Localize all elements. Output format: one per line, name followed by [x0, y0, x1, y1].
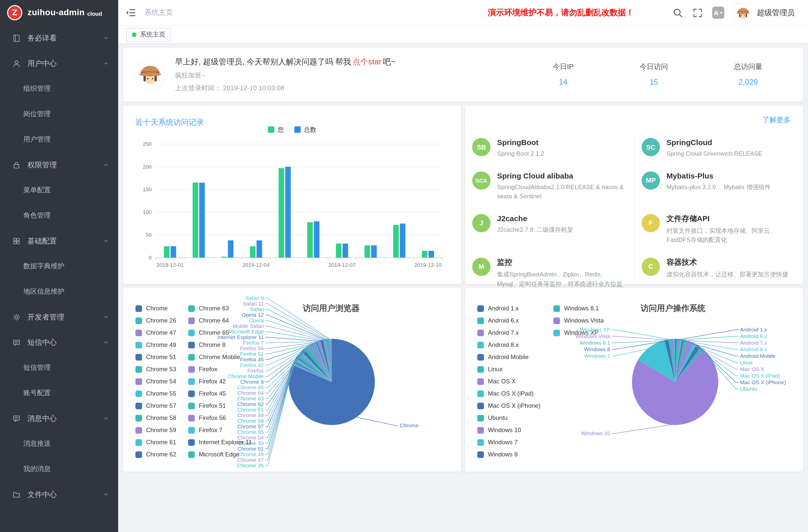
user-avatar[interactable] — [733, 3, 752, 22]
sidebar-item[interactable]: 文件中心 — [0, 482, 118, 507]
sidebar-subitem[interactable]: 数据字典维护 — [0, 254, 118, 279]
sidebar-subitem[interactable]: 账号配置 — [0, 380, 118, 406]
pie-callout-label: Windows Vista — [575, 333, 610, 339]
tab-bar: 系统主页 — [118, 25, 808, 43]
bar-chart-legend: 您 总数 — [123, 126, 461, 134]
visit-bar-chart[interactable]: 0501001502002502019-12-012019-12-042019-… — [133, 137, 445, 275]
svg-text:2019-12-10: 2019-12-10 — [415, 262, 442, 268]
tech-desc: 封装文件接口，实现本地存储、阿里云、FastDFS存储的配置化 — [666, 226, 794, 245]
pie-callout-label: Android 7.x — [740, 340, 767, 346]
pie-callout-label: Firefox 51 — [240, 351, 264, 357]
pie-callout-label: Chrome 47 — [237, 457, 264, 463]
stat-today-visits: 今日访问 15 — [640, 62, 668, 87]
legend-swatch — [294, 126, 301, 133]
svg-text:2019-12-04: 2019-12-04 — [242, 262, 270, 268]
pie-callout-label: Chrome 54 — [237, 435, 264, 440]
tech-badge: M — [472, 258, 491, 276]
sidebar-item[interactable]: 消息中心 — [0, 406, 118, 431]
sidebar-subitem[interactable]: 我的消息 — [0, 456, 118, 482]
tech-desc: Spring Boot 2.1.2 — [497, 149, 544, 159]
pie-callout-label: Windows 8 — [584, 346, 610, 352]
font-size-button[interactable]: A — [712, 6, 724, 19]
sidebar-subitem[interactable]: 角色管理 — [0, 203, 118, 228]
os-pie-chart[interactable]: Windows XPWindows VistaWindows 8.1Window… — [465, 288, 803, 472]
pie-callout-label: Opera 12 — [241, 312, 264, 318]
sidebar-item[interactable]: 开发者管理 — [0, 304, 118, 330]
sms-icon — [12, 338, 21, 347]
legend-item[interactable]: 总数 — [294, 126, 316, 134]
last-login-time: 2019-12-10 10:03:08 — [223, 84, 284, 92]
font-size-label: A — [714, 9, 719, 17]
sidebar-item-label: 用户中心 — [27, 59, 103, 68]
sidebar-item[interactable]: 短信中心 — [0, 330, 118, 355]
avatar-image — [135, 59, 165, 90]
bar-总数 — [371, 245, 377, 258]
bar-总数 — [228, 240, 234, 258]
sidebar-item[interactable]: 务必详看 — [0, 25, 118, 51]
pie-callout-label: Android 1.x — [740, 327, 767, 332]
pie-callout-label: Chrome 59 — [237, 412, 264, 418]
tech-item: MP Mybatis-Plus Mybatis-plus 3.2.0： Myba… — [634, 165, 803, 208]
sidebar-item-label: 开发者管理 — [27, 312, 103, 322]
app-root: Z zuihou-admin cloud 务必详看 用户中心 组织管理岗位管理用… — [0, 0, 808, 532]
app-logo[interactable]: Z zuihou-admin cloud — [0, 0, 118, 25]
search-icon[interactable] — [673, 7, 683, 18]
tab-system-home[interactable]: 系统主页 — [126, 27, 171, 41]
pie-callout-label: Safari 9 — [245, 295, 264, 301]
bar-总数 — [199, 183, 205, 258]
sidebar-item[interactable]: 用户中心 — [0, 51, 118, 76]
pie-callout-label: Windows 7 — [584, 353, 610, 359]
username[interactable]: 超级管理员 — [757, 8, 795, 18]
sidebar-subitem-label: 角色管理 — [23, 211, 51, 220]
sidebar-item-label: 基础配置 — [27, 236, 103, 246]
fullscreen-icon[interactable] — [692, 7, 703, 18]
doc-icon — [12, 34, 21, 42]
tech-stack-card: 了解更多 SB SpringBoot Spring Boot 2.1.2 SC … — [465, 106, 803, 284]
tech-item: SB SpringBoot Spring Boot 2.1.2 — [465, 132, 634, 165]
topbar: 系统主页 演示环境维护不易，请勿乱删乱改数据！ A — [118, 0, 808, 25]
hamburger-icon[interactable] — [125, 7, 136, 18]
sidebar-item[interactable]: 权限管理 — [0, 152, 118, 178]
star-link[interactable]: 点个star — [352, 57, 382, 66]
bar-总数 — [428, 251, 434, 258]
logo-icon: Z — [7, 5, 22, 20]
os-pie-card: 访问用户操作系统 Android 1.x Android 6.x Android… — [465, 288, 803, 472]
tech-item: SC SpringCloud Spring Cloud Greenwich.RE… — [634, 132, 803, 165]
pie-callout-label: Chrome — [400, 422, 419, 428]
sidebar-subitem-label: 组织管理 — [23, 84, 51, 93]
tech-badge: J — [472, 214, 491, 232]
sidebar-subitem-label: 数据字典维护 — [23, 262, 65, 271]
bar-您 — [336, 243, 342, 258]
avatar-image — [734, 4, 752, 22]
sidebar-subitem[interactable]: 菜单配置 — [0, 178, 118, 203]
sidebar-subitem-label: 菜单配置 — [23, 186, 51, 195]
learn-more-link[interactable]: 了解更多 — [763, 116, 791, 125]
legend-item[interactable]: 您 — [268, 126, 284, 134]
bar-总数 — [314, 221, 319, 258]
bar-您 — [221, 257, 227, 258]
pie-callout-label: Mac OS X — [740, 366, 765, 372]
pie-callout-label: Chrome 62 — [237, 401, 264, 407]
sidebar-subitem[interactable]: 组织管理 — [0, 76, 118, 102]
breadcrumb[interactable]: 系统主页 — [145, 8, 173, 17]
svg-text:0: 0 — [149, 255, 152, 260]
browser-pie-chart[interactable]: Safari 9Safari 11SafariOpera 12OperaMobi… — [123, 288, 461, 472]
pie-callout-label: Android 8.x — [740, 346, 767, 352]
sidebar-subitem[interactable]: 地区信息维护 — [0, 279, 118, 304]
sidebar-subitem[interactable]: 用户管理 — [0, 127, 118, 152]
sidebar: Z zuihou-admin cloud 务必详看 用户中心 组织管理岗位管理用… — [0, 0, 118, 532]
sidebar-subitem[interactable]: 消息推送 — [0, 431, 118, 456]
last-login: 上次登录时间： 2019-12-10 10:03:08 — [175, 84, 396, 93]
sidebar-subitem[interactable]: 短信管理 — [0, 355, 118, 380]
tech-title: SpringCloud — [666, 138, 763, 147]
caret-down-icon — [719, 12, 722, 15]
sidebar-item-label: 权限管理 — [27, 160, 103, 170]
svg-text:2019-12-07: 2019-12-07 — [328, 262, 355, 268]
page-content: 早上好, 超级管理员, 今天帮别人解决问题了吗 帮我点个star吧~ 疯狂加班~… — [118, 43, 808, 532]
sidebar-subitem[interactable]: 岗位管理 — [0, 102, 118, 127]
sidebar-item[interactable]: 基础配置 — [0, 228, 118, 254]
sidebar-subitem-label: 我的消息 — [23, 464, 51, 474]
pie-callout-label: Mac OS X (iPhone) — [740, 379, 786, 385]
main-area: 系统主页 演示环境维护不易，请勿乱删乱改数据！ A — [118, 0, 808, 532]
pie-callout-label: Firefox 42 — [240, 362, 264, 368]
